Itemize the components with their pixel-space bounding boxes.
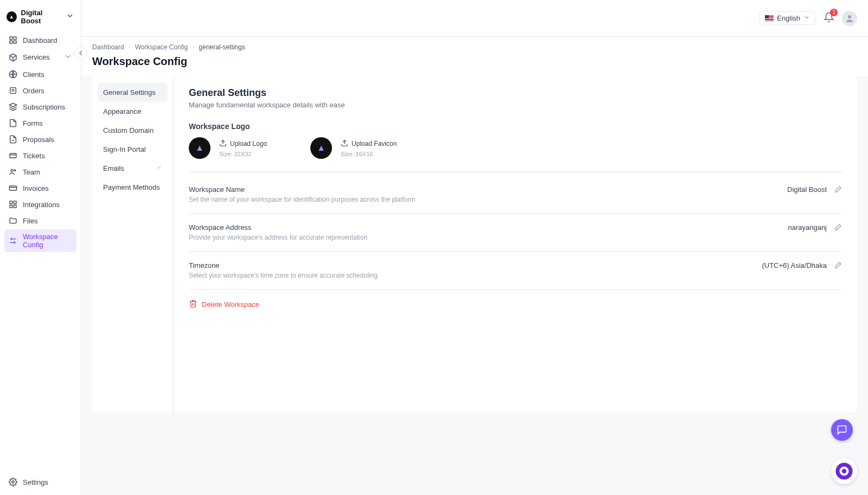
app-brand-bubble[interactable] bbox=[831, 458, 857, 484]
sidebar-item-clients[interactable]: Clients bbox=[4, 67, 76, 82]
field-description: Select your workspace's time zone to ens… bbox=[189, 272, 762, 279]
tab-sign-in-portal[interactable]: Sign-In Portal bbox=[98, 140, 168, 159]
workspace-switcher[interactable]: ▲ Digital Boost bbox=[4, 5, 76, 33]
tab-custom-domain[interactable]: Custom Domain bbox=[98, 121, 168, 140]
upload-favicon-button[interactable]: Upload Favicon bbox=[341, 139, 397, 149]
page-title: Workspace Config bbox=[92, 55, 857, 68]
sidebar-item-settings[interactable]: Settings bbox=[4, 474, 76, 490]
sidebar-item-orders[interactable]: Orders bbox=[4, 83, 76, 98]
list-icon bbox=[9, 86, 17, 95]
package-icon bbox=[9, 53, 17, 62]
grid-icon bbox=[9, 200, 17, 209]
language-selector[interactable]: English bbox=[759, 11, 816, 25]
sidebar-item-label: Team bbox=[23, 168, 40, 176]
settings-body: General Settings Manage fundamental work… bbox=[174, 76, 857, 413]
chevron-down-icon bbox=[803, 14, 810, 22]
tab-payment-methods[interactable]: Payment Methods bbox=[98, 178, 168, 197]
favicon-upload-block: ▲ Upload Favicon Size: 16X16 bbox=[310, 137, 397, 159]
breadcrumb-item[interactable]: Dashboard bbox=[92, 43, 124, 51]
layers-icon bbox=[9, 102, 17, 111]
svg-rect-14 bbox=[9, 186, 16, 190]
svg-rect-0 bbox=[10, 37, 12, 40]
users-icon bbox=[9, 168, 17, 176]
svg-rect-16 bbox=[10, 201, 12, 204]
field-value: narayanganj bbox=[788, 223, 827, 232]
tab-label: Custom Domain bbox=[103, 126, 154, 134]
field-value: (UTC+6) Asia/Dhaka bbox=[762, 261, 827, 269]
sidebar-collapse-button[interactable] bbox=[74, 47, 87, 60]
language-label: English bbox=[777, 14, 800, 22]
svg-point-22 bbox=[14, 242, 15, 243]
sidebar-item-team[interactable]: Team bbox=[4, 164, 76, 179]
logo-upload-block: ▲ Upload Logo Size: 32X32 bbox=[189, 137, 267, 159]
size-hint: Size: 32X32 bbox=[219, 151, 267, 157]
divider bbox=[189, 172, 842, 172]
tab-general-settings[interactable]: General Settings bbox=[98, 83, 168, 102]
chat-launcher[interactable] bbox=[831, 419, 853, 441]
sidebar-item-label: Invoices bbox=[23, 184, 49, 192]
sidebar: ▲ Digital Boost Dashboard Services Clien… bbox=[0, 0, 81, 495]
chevron-right-icon: › bbox=[193, 43, 195, 51]
field-workspace-address: Workspace Address Provide your workspace… bbox=[189, 214, 842, 252]
delete-workspace-button[interactable]: Delete Workspace bbox=[189, 290, 842, 319]
tab-label: Emails bbox=[103, 164, 124, 172]
user-avatar[interactable] bbox=[842, 11, 857, 26]
svg-marker-8 bbox=[9, 103, 16, 107]
sidebar-item-forms[interactable]: Forms bbox=[4, 115, 76, 131]
svg-rect-3 bbox=[14, 41, 16, 43]
notifications-button[interactable]: 1 bbox=[824, 12, 834, 25]
sidebar-item-integrations[interactable]: Integrations bbox=[4, 197, 76, 212]
sidebar-item-tickets[interactable]: Tickets bbox=[4, 148, 76, 163]
file-icon bbox=[9, 119, 17, 127]
chevron-right-icon: › bbox=[129, 43, 131, 51]
svg-rect-10 bbox=[10, 153, 16, 158]
credit-card-icon bbox=[9, 184, 17, 192]
field-workspace-name: Workspace Name Set the name of your work… bbox=[189, 185, 842, 214]
sidebar-item-files[interactable]: Files bbox=[4, 213, 76, 228]
edit-workspace-name-button[interactable] bbox=[833, 185, 842, 196]
sidebar-item-label: Forms bbox=[23, 119, 43, 127]
field-label: Timezone bbox=[189, 261, 762, 269]
section-subtitle: Manage fundamental workspace details wit… bbox=[189, 101, 842, 109]
content-header: Dashboard › Workspace Config › general-s… bbox=[81, 37, 868, 76]
workspace-logo-section: Workspace Logo ▲ Upload Logo Size: 32X32 bbox=[189, 122, 842, 159]
dashboard-icon bbox=[9, 36, 17, 44]
sidebar-item-proposals[interactable]: Proposals bbox=[4, 132, 76, 147]
field-value: Digital Boost bbox=[787, 185, 827, 194]
upload-logo-button[interactable]: Upload Logo bbox=[219, 139, 267, 149]
chevron-down-icon bbox=[156, 164, 162, 172]
sidebar-item-workspace-config[interactable]: Workspace Config bbox=[4, 229, 76, 252]
edit-workspace-address-button[interactable] bbox=[833, 223, 842, 234]
svg-point-12 bbox=[11, 169, 13, 171]
sidebar-item-invoices[interactable]: Invoices bbox=[4, 181, 76, 196]
field-label: Workspace Address bbox=[189, 223, 788, 232]
sidebar-item-services[interactable]: Services bbox=[4, 49, 76, 66]
workspace-name: Digital Boost bbox=[21, 9, 61, 25]
document-icon bbox=[9, 135, 17, 144]
flag-us-icon bbox=[765, 15, 774, 21]
sidebar-item-subscriptions[interactable]: Subscriptions bbox=[4, 99, 76, 114]
sidebar-item-dashboard[interactable]: Dashboard bbox=[4, 33, 76, 48]
tab-emails[interactable]: Emails bbox=[98, 159, 168, 178]
ticket-icon bbox=[9, 151, 17, 160]
settings-subnav: General Settings Appearance Custom Domai… bbox=[92, 76, 174, 413]
edit-timezone-button[interactable] bbox=[833, 261, 842, 272]
settings-panel: General Settings Appearance Custom Domai… bbox=[92, 76, 857, 413]
tab-appearance[interactable]: Appearance bbox=[98, 102, 168, 121]
field-label: Workspace Name bbox=[189, 185, 787, 194]
chevron-down-icon bbox=[63, 52, 72, 62]
notification-badge: 1 bbox=[830, 9, 838, 16]
trash-icon bbox=[189, 299, 197, 310]
topbar: English 1 bbox=[81, 0, 868, 37]
tab-label: Sign-In Portal bbox=[103, 145, 146, 153]
svg-point-13 bbox=[14, 170, 16, 171]
breadcrumb-item: general-settings bbox=[199, 43, 245, 51]
upload-label: Upload Favicon bbox=[352, 140, 397, 147]
sidebar-item-label: Settings bbox=[23, 478, 48, 486]
svg-rect-2 bbox=[10, 41, 12, 43]
breadcrumb-item[interactable]: Workspace Config bbox=[135, 43, 188, 51]
svg-rect-1 bbox=[14, 37, 16, 40]
sidebar-item-label: Dashboard bbox=[23, 36, 58, 44]
svg-rect-19 bbox=[14, 205, 16, 208]
main: English 1 Dashboard › Workspace Config ›… bbox=[81, 0, 868, 495]
